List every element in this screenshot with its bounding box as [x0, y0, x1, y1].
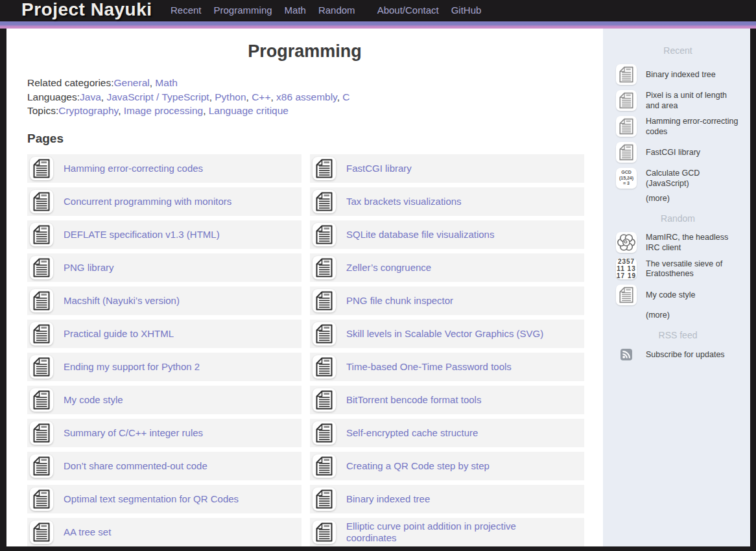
page-link[interactable]: Practical guide to XHTML: [64, 328, 174, 340]
sidebar-list-item[interactable]: Hamming error-correcting codes: [616, 116, 740, 137]
page-link[interactable]: Concurrent programming with monitors: [64, 196, 231, 207]
page-list-item[interactable]: Elliptic curve point addition in project…: [310, 518, 584, 546]
page-list-item[interactable]: Tax brackets visualizations: [310, 187, 584, 216]
meta-link[interactable]: Image processing: [124, 105, 203, 116]
page-list-item[interactable]: Self-encrypted cache structure: [310, 419, 584, 447]
sidebar-item-link[interactable]: FastCGI library: [646, 147, 700, 158]
sidebar-list-item[interactable]: Pixel is a unit of length and area: [616, 90, 740, 111]
sidebar-item-link[interactable]: Hamming error-correcting codes: [646, 116, 740, 137]
page-list-item[interactable]: BitTorrent bencode format tools: [310, 386, 584, 414]
sidebar-list-item[interactable]: Binary indexed tree: [616, 64, 740, 85]
meta-link[interactable]: Math: [155, 77, 177, 88]
sidebar-item-link[interactable]: My code style: [646, 290, 695, 301]
document-icon-tile: [313, 190, 336, 213]
meta-link[interactable]: General: [114, 77, 150, 88]
meta-link[interactable]: C++: [252, 91, 270, 102]
sidebar-item-link[interactable]: Binary indexed tree: [646, 69, 716, 80]
sidebar-list-item[interactable]: FastCGI library: [616, 142, 740, 163]
meta-link[interactable]: JavaScript / TypeScript: [106, 91, 209, 102]
sidebar-item-link[interactable]: The versatile sieve of Eratosthenes: [646, 259, 740, 279]
page-list-item[interactable]: Optimal text segmentation for QR Codes: [27, 485, 301, 513]
sidebar-item-link[interactable]: Subscribe for updates: [646, 349, 725, 360]
main-content: Programming Related categories:General, …: [6, 29, 603, 546]
page-link[interactable]: Hamming error-correcting codes: [64, 163, 203, 174]
page-link[interactable]: Elliptic curve point addition in project…: [346, 521, 567, 544]
sidebar-list-item[interactable]: Subscribe for updates: [616, 349, 740, 360]
page-link[interactable]: Time-based One-Time Password tools: [346, 361, 512, 373]
page-list-item[interactable]: Binary indexed tree: [310, 485, 584, 513]
sidebar-list-item[interactable]: MamIRC, the headless IRC client: [616, 232, 740, 253]
sidebar-section-heading: Random: [616, 213, 740, 224]
page-link[interactable]: My code style: [64, 394, 123, 406]
meta-line: Topics:Cryptography, Image processing, L…: [27, 104, 584, 118]
meta-link[interactable]: x86 assembly: [276, 91, 337, 102]
page-link[interactable]: Optimal text segmentation for QR Codes: [64, 493, 239, 505]
nav-link-programming[interactable]: Programming: [214, 5, 272, 16]
page-link[interactable]: AA tree set: [64, 526, 111, 538]
page-list-item[interactable]: PNG library: [27, 253, 301, 282]
page-link[interactable]: Binary indexed tree: [346, 493, 430, 505]
document-icon-tile: [313, 322, 336, 346]
page-list-item[interactable]: Skill levels in Scalable Vector Graphics…: [310, 320, 584, 348]
sidebar-list-item[interactable]: GCD(15,24)= 3Calculate GCD (JavaScript): [616, 168, 740, 189]
sidebar-more-link[interactable]: (more): [646, 311, 740, 320]
nav-link-random[interactable]: Random: [318, 5, 355, 16]
meta-line: Languages:Java, JavaScript / TypeScript,…: [27, 90, 584, 104]
page-list-item[interactable]: Summary of C/C++ integer rules: [27, 419, 301, 447]
page-list-item[interactable]: My code style: [27, 386, 301, 414]
meta-link[interactable]: Language critique: [209, 105, 289, 116]
meta-link[interactable]: Python: [215, 91, 246, 102]
page-link[interactable]: Tax brackets visualizations: [346, 196, 462, 207]
document-icon: [316, 456, 333, 476]
page-list-item[interactable]: FastCGI library: [310, 154, 584, 183]
page-list-item[interactable]: SQLite database file visualizations: [310, 220, 584, 249]
sidebar-list-item[interactable]: 235711 1317 19The versatile sieve of Era…: [616, 258, 740, 279]
gcd-icon-text: GCD(15,24)= 3: [619, 170, 633, 187]
sidebar-more-link[interactable]: (more): [646, 194, 740, 203]
page-list-item[interactable]: Time-based One-Time Password tools: [310, 353, 584, 381]
page-list-item[interactable]: DEFLATE specification v1.3 (HTML): [27, 220, 301, 249]
page-list-item[interactable]: Don’t share commented-out code: [27, 452, 301, 480]
page-list-item[interactable]: Hamming error-correcting codes: [27, 154, 301, 183]
page-list-item[interactable]: Creating a QR Code step by step: [310, 452, 584, 480]
page-list-item[interactable]: Macshift (Nayuki’s version): [27, 287, 301, 315]
page-list-item[interactable]: Practical guide to XHTML: [27, 320, 301, 348]
page-list-item[interactable]: AA tree set: [27, 518, 301, 546]
page-link[interactable]: Skill levels in Scalable Vector Graphics…: [346, 328, 543, 340]
page-link[interactable]: Creating a QR Code step by step: [346, 460, 490, 472]
nav-link-math[interactable]: Math: [285, 5, 306, 16]
site-header: Project Nayuki RecentProgrammingMathRand…: [0, 0, 756, 21]
page-link[interactable]: PNG library: [64, 262, 114, 274]
page-link[interactable]: SQLite database file visualizations: [346, 229, 494, 240]
sidebar-list-item[interactable]: My code style: [616, 285, 740, 305]
document-icon-tile: [313, 521, 336, 544]
page-link[interactable]: Macshift (Nayuki’s version): [64, 295, 180, 307]
flower-icon: [616, 232, 637, 253]
page-link[interactable]: Zeller’s congruence: [346, 262, 431, 274]
document-icon-tile: [30, 388, 53, 412]
page-link[interactable]: FastCGI library: [346, 163, 412, 174]
nav-link-about-contact[interactable]: About/Contact: [377, 5, 439, 16]
page-link[interactable]: Summary of C/C++ integer rules: [64, 427, 203, 439]
sidebar-item-link[interactable]: Pixel is a unit of length and area: [646, 90, 740, 111]
document-icon: [316, 390, 333, 410]
meta-link[interactable]: Java: [80, 91, 101, 102]
page-list-item[interactable]: PNG file chunk inspector: [310, 287, 584, 315]
page-link[interactable]: Ending my support for Python 2: [64, 361, 200, 373]
sidebar-item-link[interactable]: Calculate GCD (JavaScript): [646, 168, 740, 189]
page-list-item[interactable]: Zeller’s congruence: [310, 253, 584, 282]
page-link[interactable]: PNG file chunk inspector: [346, 295, 453, 307]
sidebar-item-link[interactable]: MamIRC, the headless IRC client: [646, 232, 740, 253]
page-list-item[interactable]: Ending my support for Python 2: [27, 353, 301, 381]
page-link[interactable]: Don’t share commented-out code: [64, 460, 207, 472]
page-link[interactable]: BitTorrent bencode format tools: [346, 394, 481, 406]
site-logo[interactable]: Project Nayuki: [21, 0, 152, 20]
meta-link[interactable]: Cryptography: [58, 105, 118, 116]
nav-link-recent[interactable]: Recent: [171, 5, 202, 16]
meta-link[interactable]: C: [342, 91, 349, 102]
page-link[interactable]: Self-encrypted cache structure: [346, 427, 478, 439]
document-icon: [316, 489, 333, 509]
page-list-item[interactable]: Concurrent programming with monitors: [27, 187, 301, 216]
nav-link-github[interactable]: GitHub: [451, 5, 482, 16]
page-link[interactable]: DEFLATE specification v1.3 (HTML): [64, 229, 220, 240]
